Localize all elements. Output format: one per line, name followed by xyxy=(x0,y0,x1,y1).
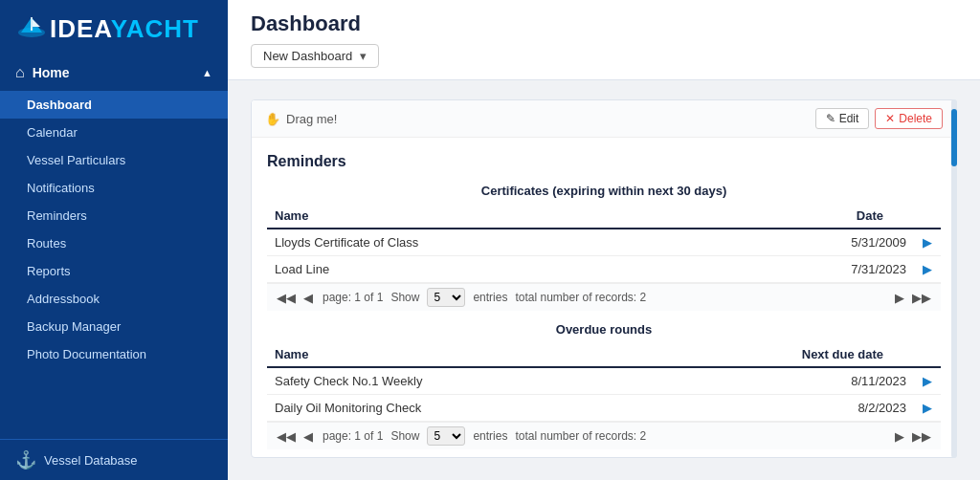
overdue-page-info: page: 1 of 1 xyxy=(323,429,383,443)
sidebar-item-dashboard[interactable]: Dashboard xyxy=(0,91,228,119)
sidebar-footer[interactable]: ⚓ Vessel Database xyxy=(0,439,228,480)
new-dashboard-button[interactable]: New Dashboard ▾ xyxy=(251,44,379,68)
nav-group-home[interactable]: ⌂ Home ▲ xyxy=(0,55,228,91)
cert-pag-right: ▶ ▶▶ xyxy=(893,291,933,305)
drag-text: Drag me! xyxy=(286,112,337,126)
page-title: Dashboard xyxy=(251,11,957,36)
table-row: Load Line 7/31/2023 ▶ xyxy=(267,256,941,283)
certificates-section-title: Certificates (expiring within next 30 da… xyxy=(267,184,941,198)
sidebar-item-calendar[interactable]: Calendar xyxy=(0,119,228,146)
sidebar: IDEAYACHT ⌂ Home ▲ Dashboard Calendar Ve… xyxy=(0,0,228,480)
cert-row2-name: Load Line xyxy=(267,256,715,283)
overdue-col-name: Name xyxy=(267,342,640,367)
chevron-down-icon: ▾ xyxy=(360,49,367,63)
nav-group-label: Home xyxy=(33,65,70,80)
overdue-row1-date: 8/11/2023 xyxy=(640,367,914,395)
new-dashboard-label: New Dashboard xyxy=(263,49,352,63)
overdue-last-page-btn[interactable]: ▶▶ xyxy=(910,429,933,444)
sidebar-item-addressbook[interactable]: Addressbook xyxy=(0,285,228,313)
sidebar-item-backup-manager[interactable]: Backup Manager xyxy=(0,313,228,340)
vessel-database-label: Vessel Database xyxy=(44,453,138,468)
logo-yacht: YACHT xyxy=(111,14,199,43)
cert-row1-arrow[interactable]: ▶ xyxy=(914,229,941,256)
sidebar-item-vessel-particulars[interactable]: Vessel Particulars xyxy=(0,146,228,174)
drag-icon: ✋ xyxy=(265,112,280,126)
cert-total-label: total number of records: 2 xyxy=(515,291,646,304)
anchor-icon: ⚓ xyxy=(15,449,36,470)
sidebar-item-notifications[interactable]: Notifications xyxy=(0,174,228,202)
overdue-entries-select[interactable]: 5 10 25 xyxy=(427,426,465,446)
chevron-up-icon: ▲ xyxy=(202,67,212,78)
times-icon: ✕ xyxy=(885,112,895,125)
reminders-widget: ✋ Drag me! ✎ Edit ✕ Delete xyxy=(251,99,957,458)
scroll-thumb[interactable] xyxy=(951,109,957,166)
logo-idea: IDEA xyxy=(50,14,111,43)
overdue-total-label: total number of records: 2 xyxy=(515,429,646,443)
overdue-pag-left: ◀◀ ◀ xyxy=(275,429,315,444)
home-icon: ⌂ xyxy=(15,64,25,81)
boat-icon xyxy=(15,13,48,43)
overdue-next-page-btn[interactable]: ▶ xyxy=(893,429,906,444)
cert-row1-date: 5/31/2009 xyxy=(715,229,914,256)
sidebar-item-reports[interactable]: Reports xyxy=(0,257,228,285)
edit-button[interactable]: ✎ Edit xyxy=(815,108,870,129)
cert-prev-page-btn[interactable]: ◀ xyxy=(301,291,315,305)
cert-last-page-btn[interactable]: ▶▶ xyxy=(910,291,933,305)
overdue-row2-date: 8/2/2023 xyxy=(640,395,914,422)
overdue-table: Name Next due date Safety Check No.1 Wee… xyxy=(267,342,941,422)
cert-page-info: page: 1 of 1 xyxy=(323,291,383,304)
overdue-section-title: Overdue rounds xyxy=(267,322,941,337)
main-body: ✋ Drag me! ✎ Edit ✕ Delete xyxy=(228,80,980,480)
drag-label: ✋ Drag me! xyxy=(265,112,337,126)
cert-row1-name: Lloyds Certificate of Class xyxy=(267,229,715,256)
overdue-row1-name: Safety Check No.1 Weekly xyxy=(267,367,640,395)
widget-drag-bar[interactable]: ✋ Drag me! ✎ Edit ✕ Delete xyxy=(252,100,956,138)
pencil-icon: ✎ xyxy=(826,112,835,125)
sidebar-item-photo-documentation[interactable]: Photo Documentation xyxy=(0,340,228,368)
overdue-prev-page-btn[interactable]: ◀ xyxy=(301,429,315,444)
cert-show-label: Show xyxy=(390,291,419,304)
overdue-show-label: Show xyxy=(390,429,419,443)
cert-row2-arrow[interactable]: ▶ xyxy=(914,256,941,283)
logo-text: IDEAYACHT xyxy=(50,14,199,44)
widget-actions: ✎ Edit ✕ Delete xyxy=(815,108,943,129)
cert-col-name: Name xyxy=(267,204,715,229)
scroll-track xyxy=(951,99,957,458)
certificates-table: Name Date Lloyds Certificate of Class 5/… xyxy=(267,204,941,283)
overdue-first-page-btn[interactable]: ◀◀ xyxy=(275,429,298,444)
overdue-row2-name: Daily Oil Monitoring Check xyxy=(267,395,640,422)
cert-next-page-btn[interactable]: ▶ xyxy=(893,291,906,305)
sidebar-item-reminders[interactable]: Reminders xyxy=(0,202,228,229)
overdue-col-date: Next due date xyxy=(640,342,914,367)
main-content: Dashboard New Dashboard ▾ ✋ Drag me! ✎ E… xyxy=(228,0,980,480)
cert-entries-label: entries xyxy=(473,291,507,304)
table-row: Lloyds Certificate of Class 5/31/2009 ▶ xyxy=(267,229,941,256)
overdue-row1-arrow[interactable]: ▶ xyxy=(914,367,941,395)
cert-pag-left: ◀◀ ◀ xyxy=(275,291,315,305)
table-row: Daily Oil Monitoring Check 8/2/2023 ▶ xyxy=(267,395,941,422)
logo-area: IDEAYACHT xyxy=(0,0,228,55)
overdue-pag-right: ▶ ▶▶ xyxy=(893,429,933,444)
cert-entries-select[interactable]: 5 10 25 xyxy=(427,288,465,307)
table-row: Safety Check No.1 Weekly 8/11/2023 ▶ xyxy=(267,367,941,395)
cert-pagination-bar: ◀◀ ◀ page: 1 of 1 Show 5 10 25 entries t… xyxy=(267,283,941,311)
widget-wrapper: ✋ Drag me! ✎ Edit ✕ Delete xyxy=(251,99,957,458)
overdue-pagination-bar: ◀◀ ◀ page: 1 of 1 Show 5 10 25 entries t… xyxy=(267,422,941,449)
widget-body: Reminders Certificates (expiring within … xyxy=(252,138,956,457)
widget-title: Reminders xyxy=(267,153,941,170)
overdue-entries-label: entries xyxy=(473,429,507,443)
nav-section: ⌂ Home ▲ Dashboard Calendar Vessel Parti… xyxy=(0,55,228,439)
svg-rect-1 xyxy=(31,17,33,31)
cert-first-page-btn[interactable]: ◀◀ xyxy=(275,291,298,305)
overdue-row2-arrow[interactable]: ▶ xyxy=(914,395,941,422)
cert-row2-date: 7/31/2023 xyxy=(715,256,914,283)
main-header: Dashboard New Dashboard ▾ xyxy=(228,0,980,80)
cert-col-date: Date xyxy=(715,204,914,229)
sidebar-item-routes[interactable]: Routes xyxy=(0,229,228,257)
delete-button[interactable]: ✕ Delete xyxy=(875,108,943,129)
